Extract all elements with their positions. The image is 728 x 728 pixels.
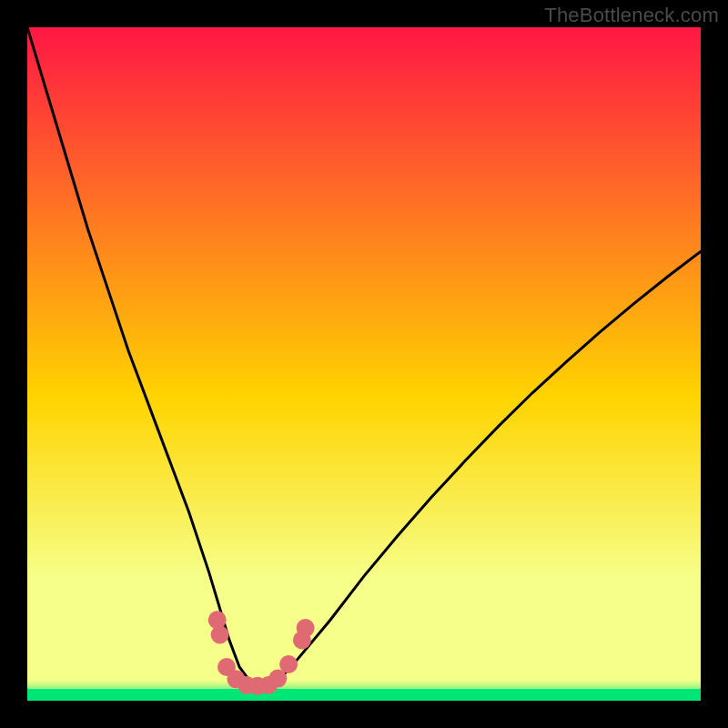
curve-dot <box>297 619 315 637</box>
curve-dot <box>279 655 298 673</box>
chart-stage: TheBottleneck.com <box>0 0 728 728</box>
watermark-text: TheBottleneck.com <box>544 4 719 27</box>
gradient-background <box>27 27 701 701</box>
plot-area <box>27 27 701 701</box>
green-baseline-band <box>27 689 701 701</box>
chart-svg <box>27 27 701 701</box>
curve-dot <box>211 626 229 644</box>
